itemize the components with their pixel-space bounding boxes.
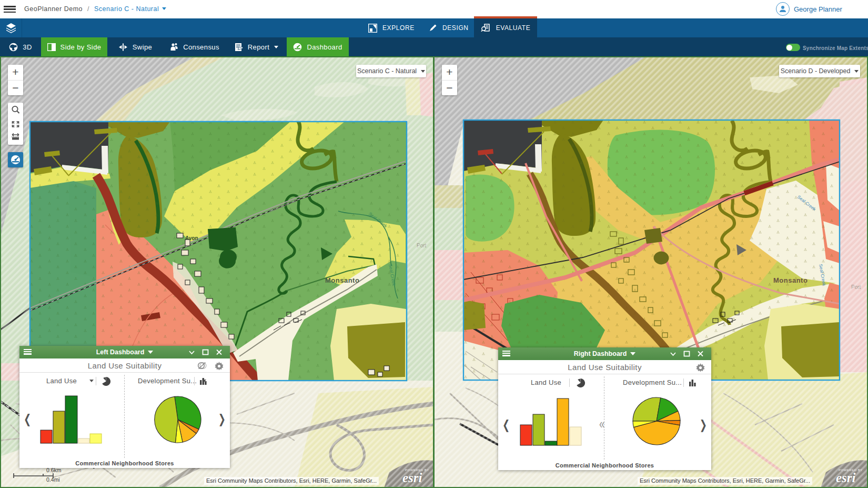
svg-text:Avon: Avon (185, 235, 198, 241)
svg-text:Monsanto: Monsanto (773, 276, 808, 284)
svg-text:Monsanto: Monsanto (325, 276, 359, 284)
